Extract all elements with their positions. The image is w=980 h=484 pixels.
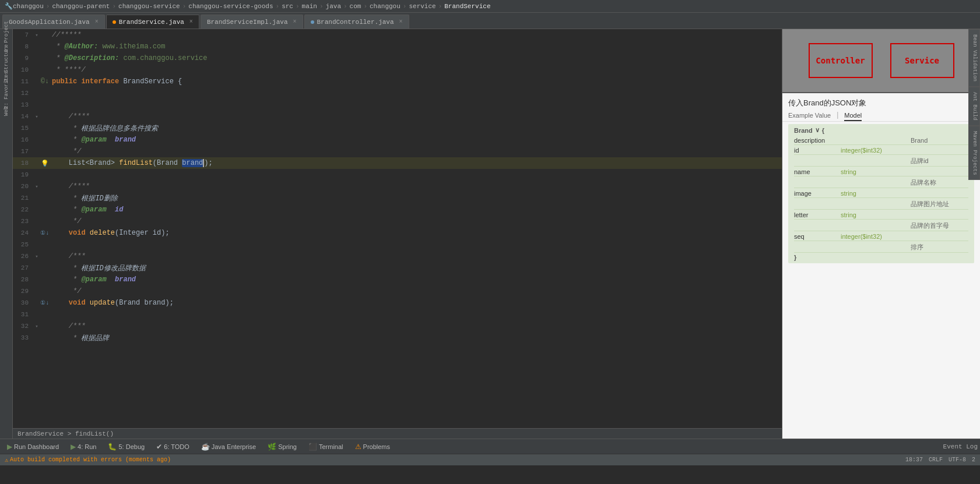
spring-button[interactable]: 🌿 Spring bbox=[263, 441, 301, 453]
problems-label: Problems bbox=[363, 443, 390, 450]
breadcrumb: changgou › changgou-parent › changgou-se… bbox=[13, 3, 490, 10]
sidebar-web[interactable]: Web bbox=[1, 106, 12, 116]
breadcrumb-com[interactable]: com bbox=[350, 3, 361, 10]
fold-20[interactable]: ▾ bbox=[33, 183, 40, 190]
title-bar: 🔧 changgou › changgou-parent › changgou-… bbox=[0, 0, 980, 13]
swagger-row-letter-desc: 品牌的首字母 bbox=[794, 221, 968, 231]
tab-brand-controller[interactable]: BrandController.java × bbox=[304, 15, 409, 29]
fold-7[interactable]: ▾ bbox=[33, 32, 40, 38]
todo-button[interactable]: ✔ 6: TODO bbox=[152, 441, 194, 453]
problems-icon: ⚠ bbox=[355, 443, 361, 451]
event-log-link[interactable]: Event Log bbox=[943, 443, 978, 450]
code-editor[interactable]: 7 ▾ //***** 8 * @Author: www.itheima.com… bbox=[13, 29, 782, 439]
code-line-24: 24 ①↓ void delete(Integer id); bbox=[13, 227, 782, 239]
code-line-32: 32 ▾ /*** bbox=[13, 320, 782, 332]
api-buttons-area: Controller Service bbox=[782, 29, 980, 93]
debug-button[interactable]: 🐛 5: Debug bbox=[103, 441, 149, 453]
swagger-row-seq-desc: 排序 bbox=[794, 242, 968, 253]
run-button[interactable]: ▶ 4: Run bbox=[66, 441, 101, 453]
code-line-16: 16 * @param brand bbox=[13, 134, 782, 146]
fold-26[interactable]: ▾ bbox=[33, 253, 40, 260]
tab-goods-app-close[interactable]: × bbox=[95, 19, 99, 25]
run-dashboard-button[interactable]: ▶ Run Dashboard bbox=[2, 441, 64, 453]
code-line-27: 27 * 根据ID修改品牌数据 bbox=[13, 262, 782, 274]
status-warning: ⚠ Auto build completed with errors (mome… bbox=[5, 457, 171, 464]
tab-brand-controller-dot bbox=[311, 20, 314, 24]
swagger-row-image: image string bbox=[794, 189, 968, 198]
fold-32[interactable]: ▾ bbox=[33, 323, 40, 330]
bulb-icon-18[interactable]: 💡 bbox=[40, 160, 50, 167]
code-line-10: 10 * ****/ bbox=[13, 64, 782, 76]
sidebar-structure[interactable]: 2: Structure bbox=[1, 58, 12, 69]
status-indent: 2 bbox=[972, 457, 975, 463]
debug-icon: 🐛 bbox=[108, 443, 117, 451]
status-message: Auto build completed with errors (moment… bbox=[10, 457, 171, 463]
breadcrumb-service2[interactable]: service bbox=[409, 3, 435, 10]
swagger-model-symbol: ∨ bbox=[815, 126, 820, 134]
tab-goods-application[interactable]: GoodsApplication.java × bbox=[2, 15, 105, 29]
spring-icon: 🌿 bbox=[268, 443, 276, 451]
spring-label: Spring bbox=[278, 443, 297, 450]
terminal-label: Terminal bbox=[319, 443, 343, 450]
service-button[interactable]: Service bbox=[890, 43, 954, 78]
swagger-row-name: name string bbox=[794, 168, 968, 176]
breadcrumb-parent[interactable]: changgou-parent bbox=[52, 3, 110, 10]
breadcrumb-service[interactable]: changgou-service bbox=[118, 3, 180, 10]
code-line-13: 13 bbox=[13, 99, 782, 111]
breadcrumb-main[interactable]: main bbox=[302, 3, 317, 10]
run-icon: ▶ bbox=[71, 443, 76, 451]
right-vertical-tabs: Bean Validation Ant Build Maven Projects bbox=[968, 29, 980, 180]
warning-icon: ⚠ bbox=[5, 457, 8, 464]
tab-brand-service-label: BrandService.java bbox=[119, 19, 184, 26]
breadcrumb-changgou[interactable]: changgou bbox=[13, 3, 44, 10]
tab-brand-controller-label: BrandController.java bbox=[317, 19, 394, 26]
sidebar-project[interactable]: 1: Project bbox=[1, 31, 12, 42]
code-line-19: 19 bbox=[13, 169, 782, 181]
problems-button[interactable]: ⚠ Problems bbox=[350, 441, 395, 453]
breadcrumb-java[interactable]: java bbox=[326, 3, 341, 10]
right-tab-ant-build[interactable]: Ant Build bbox=[968, 87, 980, 126]
sidebar-favorites[interactable]: 2: Favorites bbox=[1, 85, 12, 96]
tab-brand-service-impl[interactable]: BrandServiceImpl.java × bbox=[201, 15, 303, 29]
breadcrumb-service-goods[interactable]: changgou-service-goods bbox=[188, 3, 273, 10]
code-line-21: 21 * 根据ID删除 bbox=[13, 192, 782, 204]
breadcrumb-src[interactable]: src bbox=[282, 3, 293, 10]
run-label: 4: Run bbox=[78, 443, 96, 450]
swagger-panel: 传入Brand的JSON对象 Example Value | Model Bra… bbox=[782, 93, 980, 439]
code-lines: 7 ▾ //***** 8 * @Author: www.itheima.com… bbox=[13, 29, 782, 344]
tab-brand-service-impl-label: BrandServiceImpl.java bbox=[207, 19, 288, 26]
swagger-row-id-desc: 品牌id bbox=[794, 156, 968, 167]
tab-brand-service-dot bbox=[113, 20, 116, 24]
code-line-8: 8 * @Author: www.itheima.com bbox=[13, 41, 782, 52]
swagger-row-name-desc: 品牌名称 bbox=[794, 178, 968, 188]
status-bar: ⚠ Auto build completed with errors (mome… bbox=[0, 454, 980, 465]
swagger-row-letter: letter string bbox=[794, 211, 968, 220]
debug-label: 5: Debug bbox=[118, 443, 145, 450]
swagger-title: 传入Brand的JSON对象 bbox=[782, 93, 980, 111]
java-enterprise-button[interactable]: ☕ Java Enterprise bbox=[196, 441, 261, 453]
todo-icon: ✔ bbox=[156, 443, 162, 451]
tab-brand-service-close[interactable]: × bbox=[189, 19, 193, 25]
code-line-29: 29 */ bbox=[13, 285, 782, 297]
code-line-26: 26 ▾ /*** bbox=[13, 250, 782, 262]
tab-brand-controller-close[interactable]: × bbox=[399, 19, 403, 25]
code-line-23: 23 */ bbox=[13, 215, 782, 227]
right-tab-bean-validation[interactable]: Bean Validation bbox=[968, 29, 980, 87]
code-line-20: 20 ▾ /**** bbox=[13, 181, 782, 192]
tab-brand-service-impl-close[interactable]: × bbox=[293, 19, 297, 25]
swagger-close-bracket: } bbox=[794, 254, 968, 261]
terminal-button[interactable]: ⬛ Terminal bbox=[304, 441, 348, 453]
swagger-tab-example[interactable]: Example Value bbox=[788, 111, 831, 121]
left-sidebar: 1: Project 2: Structure 2: Favorites Web bbox=[0, 29, 13, 439]
code-line-25: 25 bbox=[13, 239, 782, 250]
swagger-tab-model[interactable]: Model bbox=[844, 111, 862, 121]
breadcrumb-changgou2[interactable]: changgou bbox=[370, 3, 401, 10]
swagger-tabs: Example Value | Model bbox=[782, 111, 980, 122]
tab-brand-service[interactable]: BrandService.java × bbox=[106, 15, 199, 29]
right-tab-maven[interactable]: Maven Projects bbox=[968, 126, 980, 181]
code-line-9: 9 * @Description: com.changgou.service bbox=[13, 52, 782, 64]
controller-button[interactable]: Controller bbox=[809, 43, 873, 78]
breadcrumb-brandservice[interactable]: BrandService bbox=[444, 3, 490, 10]
code-line-7: 7 ▾ //***** bbox=[13, 29, 782, 41]
fold-14[interactable]: ▾ bbox=[33, 114, 40, 120]
